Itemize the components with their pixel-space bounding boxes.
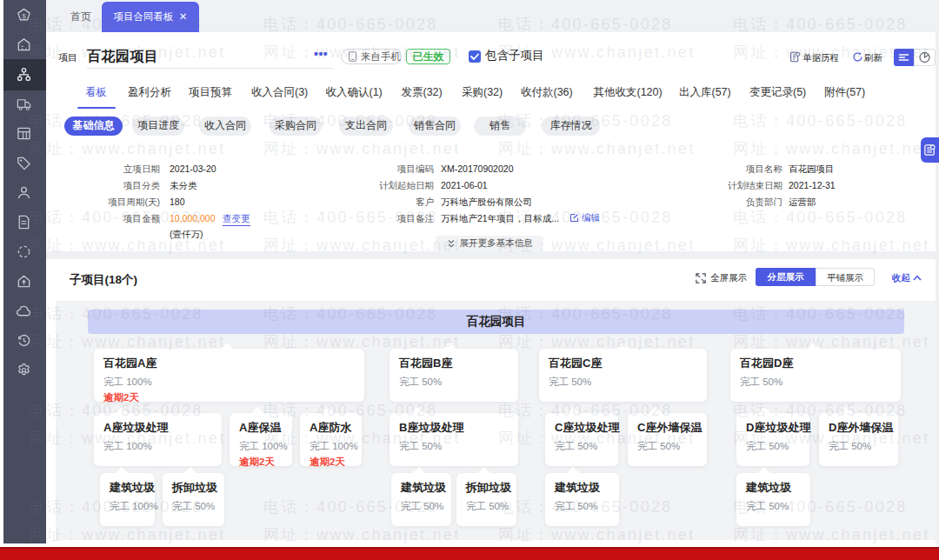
svg-text:$: $ [22,12,26,20]
